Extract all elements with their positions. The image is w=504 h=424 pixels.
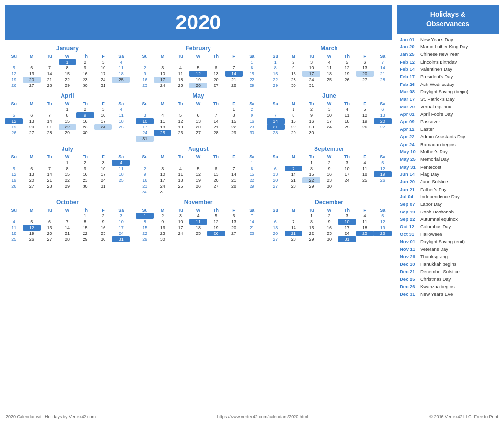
calendar-day: 26 bbox=[171, 130, 189, 136]
weekday-header: M bbox=[154, 154, 172, 160]
calendar-day: 5 bbox=[338, 59, 356, 65]
holiday-date: Jul 04 bbox=[400, 194, 419, 200]
calendar-day: 4 bbox=[112, 160, 130, 166]
weekday-header: Su bbox=[5, 101, 23, 106]
calendar-day: 3 bbox=[338, 160, 356, 166]
calendar-day: 29 bbox=[225, 130, 243, 136]
calendar-day: 22 bbox=[59, 124, 77, 130]
calendar-day bbox=[154, 106, 172, 112]
calendar-day: 22 bbox=[243, 77, 261, 83]
calendar-day: 21 bbox=[41, 177, 59, 183]
holiday-name: December Solstice bbox=[420, 269, 460, 275]
weekday-header: F bbox=[225, 53, 243, 59]
weekday-header: M bbox=[285, 154, 303, 160]
calendar-day: 27 bbox=[189, 130, 208, 136]
calendar-day: 16 bbox=[320, 225, 338, 231]
weekday-header: M bbox=[285, 207, 303, 213]
weekday-header: Tu bbox=[41, 154, 59, 160]
calendar-day bbox=[338, 130, 356, 136]
calendar-day: 17 bbox=[338, 225, 356, 231]
holiday-name: Veterans Day bbox=[420, 246, 448, 252]
calendar-day: 11 bbox=[112, 65, 130, 71]
calendar-day: 27 bbox=[356, 77, 374, 83]
holidays-section: Holidays & Observances Jan 01New Year's … bbox=[397, 5, 499, 410]
calendar-day: 24 bbox=[338, 177, 356, 183]
calendar-day: 25 bbox=[189, 231, 208, 236]
calendar-day: 13 bbox=[374, 112, 392, 118]
holiday-name: Independence Day bbox=[420, 194, 460, 200]
footer-left: 2020 Calendar with Holidays by Vertex42.… bbox=[6, 414, 96, 419]
calendar-day: 3 bbox=[320, 106, 338, 112]
footer-right: © 2016 Vertex42 LLC. Free to Print bbox=[429, 414, 498, 419]
calendar-day: 17 bbox=[94, 118, 112, 124]
calendar-day: 28 bbox=[41, 183, 59, 189]
calendar-day: 13 bbox=[356, 65, 374, 71]
calendar-day: 3 bbox=[302, 59, 320, 65]
calendar-day: 12 bbox=[374, 166, 392, 171]
calendar-day bbox=[374, 236, 392, 242]
calendar-day: 24 bbox=[302, 77, 320, 83]
calendar-day: 23 bbox=[154, 231, 172, 236]
calendar-day: 8 bbox=[302, 219, 320, 225]
calendar-day bbox=[267, 213, 285, 219]
calendar-day: 7 bbox=[59, 219, 77, 225]
calendar-day: 6 bbox=[41, 219, 59, 225]
calendar-day: 4 bbox=[356, 160, 374, 166]
holiday-name: Father's Day bbox=[420, 187, 447, 192]
calendar-day bbox=[5, 213, 23, 219]
calendar-day bbox=[243, 136, 261, 142]
month-title: July bbox=[5, 146, 130, 152]
month-table: SuMTuWThFSa12345678910111213141516171819… bbox=[5, 207, 130, 242]
calendar-day: 18 bbox=[112, 71, 130, 77]
calendar-day: 18 bbox=[356, 171, 374, 177]
weekday-header: Su bbox=[267, 53, 285, 59]
calendar-day: 7 bbox=[243, 213, 261, 219]
weekday-header: Sa bbox=[112, 207, 130, 213]
calendar-day: 6 bbox=[207, 166, 225, 171]
weekday-header: W bbox=[189, 154, 208, 160]
calendar-day: 18 bbox=[189, 225, 208, 231]
calendar-day bbox=[225, 136, 243, 142]
calendar-day: 29 bbox=[76, 236, 94, 242]
calendar-day: 21 bbox=[41, 77, 59, 83]
calendar-day: 17 bbox=[94, 171, 112, 177]
holiday-date: Apr 09 bbox=[400, 119, 419, 125]
calendar-day: 26 bbox=[189, 83, 208, 88]
calendar-day bbox=[374, 183, 392, 189]
calendar-day: 9 bbox=[94, 219, 112, 225]
calendar-day: 6 bbox=[225, 213, 243, 219]
calendar-day: 5 bbox=[171, 112, 189, 118]
calendar-day: 13 bbox=[23, 118, 41, 124]
weekday-header: Th bbox=[207, 207, 225, 213]
calendar-day: 4 bbox=[5, 219, 23, 225]
weekday-header: F bbox=[94, 207, 112, 213]
calendar-day: 14 bbox=[243, 219, 261, 225]
calendar-day bbox=[171, 160, 189, 166]
calendar-day: 4 bbox=[171, 166, 189, 171]
calendar-day: 23 bbox=[136, 183, 154, 189]
calendar-day: 15 bbox=[225, 118, 243, 124]
calendar-day: 12 bbox=[189, 171, 208, 177]
month-title: February bbox=[136, 45, 261, 52]
calendar-day: 19 bbox=[5, 177, 23, 183]
holiday-date: Nov 01 bbox=[400, 239, 419, 245]
calendar-day: 23 bbox=[76, 77, 94, 83]
calendar-day: 14 bbox=[41, 71, 59, 77]
month-block: OctoberSuMTuWThFSa1234567891011121314151… bbox=[5, 199, 130, 242]
calendar-day bbox=[189, 236, 208, 242]
calendar-day: 21 bbox=[285, 177, 303, 183]
weekday-header: Sa bbox=[243, 53, 261, 59]
calendar-day: 8 bbox=[267, 65, 285, 71]
holiday-item: May 25Memorial Day bbox=[400, 156, 496, 163]
calendar-day: 17 bbox=[94, 71, 112, 77]
calendar-day: 12 bbox=[5, 118, 23, 124]
holiday-date: Sep 07 bbox=[400, 201, 419, 207]
calendar-day: 17 bbox=[154, 177, 172, 183]
calendar-day: 21 bbox=[59, 231, 77, 236]
month-table: SuMTuWThFSa12345678910111213141516171819… bbox=[267, 154, 392, 189]
calendar-day bbox=[112, 183, 130, 189]
weekday-header: Su bbox=[136, 53, 154, 59]
calendar-day bbox=[5, 59, 23, 65]
holiday-name: Mother's Day bbox=[420, 149, 448, 155]
holiday-name: Admin Assistants Day bbox=[420, 134, 465, 140]
